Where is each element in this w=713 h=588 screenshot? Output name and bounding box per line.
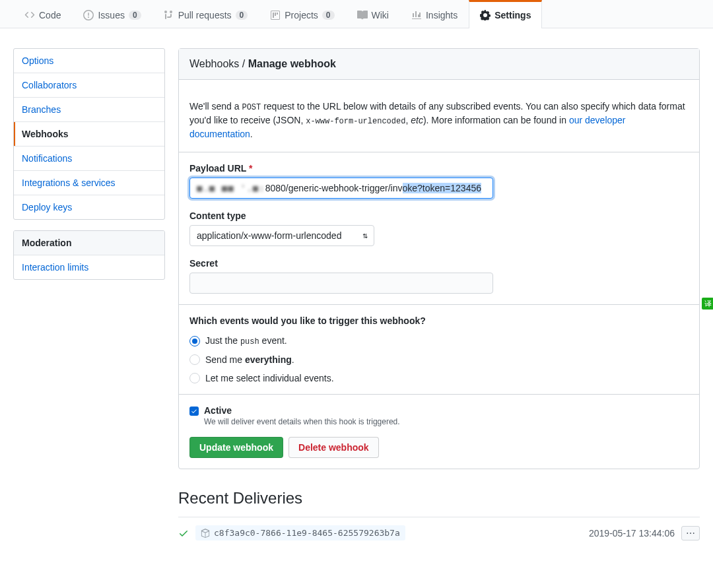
events-question: Which events would you like to trigger t…	[189, 315, 689, 326]
graph-icon	[411, 10, 422, 20]
sidebar-item-options[interactable]: Options	[14, 49, 164, 73]
sidebar-item-collaborators[interactable]: Collaborators	[14, 73, 164, 98]
delivery-menu-button[interactable]: ⋯	[681, 526, 700, 540]
sidebar-item-branches[interactable]: Branches	[14, 98, 164, 122]
repo-nav: Code Issues 0 Pull requests 0 Projects 0…	[0, 0, 713, 28]
delivery-list: c8f3a9c0-7866-11e9-8465-625579263b7a 201…	[178, 517, 700, 548]
tab-wiki-label: Wiki	[372, 10, 389, 20]
payload-url-input[interactable]: ■.■ ■■ '.■:8080/generic-webhook-trigger/…	[189, 178, 493, 199]
delivery-hash: c8f3a9c0-7866-11e9-8465-625579263b7a	[195, 525, 405, 540]
sidebar-item-notifications[interactable]: Notifications	[14, 147, 164, 171]
check-icon	[178, 528, 189, 539]
radio-icon	[189, 373, 200, 383]
radio-icon	[189, 354, 200, 365]
issues-count: 0	[129, 11, 141, 20]
translate-badge[interactable]: 译	[702, 298, 713, 310]
pulls-count: 0	[236, 11, 248, 20]
sidebar-item-deploykeys[interactable]: Deploy keys	[14, 195, 164, 219]
tab-projects-label: Projects	[285, 10, 318, 20]
active-label: Active	[204, 405, 232, 416]
projects-count: 0	[322, 11, 335, 20]
sidebar-item-interaction-limits[interactable]: Interaction limits	[14, 255, 164, 279]
webhook-panel: Webhooks / Manage webhook We'll send a P…	[178, 48, 700, 469]
webhook-description: We'll send a POST request to the URL bel…	[189, 100, 689, 141]
tab-projects[interactable]: Projects 0	[259, 0, 345, 28]
tab-issues[interactable]: Issues 0	[72, 0, 152, 28]
payload-url-label: Payload URL *	[189, 163, 689, 174]
book-icon	[357, 10, 368, 20]
tab-pulls[interactable]: Pull requests 0	[153, 0, 259, 28]
content-type-label: Content type	[189, 211, 689, 221]
tab-insights-label: Insights	[426, 10, 458, 20]
radio-icon	[189, 336, 200, 346]
checkbox-icon	[189, 407, 199, 416]
breadcrumb-root[interactable]: Webhooks	[189, 58, 239, 69]
radio-just-push[interactable]: Just the push event.	[189, 335, 689, 346]
delivery-timestamp: 2019-05-17 13:44:06	[589, 528, 675, 539]
tab-pulls-label: Pull requests	[178, 10, 232, 20]
projects-icon	[270, 10, 281, 20]
tab-code-label: Code	[39, 10, 61, 20]
gear-icon	[480, 10, 491, 20]
sidebar-item-webhooks[interactable]: Webhooks	[14, 122, 164, 147]
tab-issues-label: Issues	[98, 10, 124, 20]
breadcrumb-current: Manage webhook	[248, 58, 336, 69]
tab-wiki[interactable]: Wiki	[346, 0, 400, 28]
delete-webhook-button[interactable]: Delete webhook	[289, 437, 379, 458]
tab-insights[interactable]: Insights	[400, 0, 469, 28]
update-webhook-button[interactable]: Update webhook	[189, 437, 283, 458]
secret-label: Secret	[189, 258, 689, 269]
code-icon	[24, 10, 35, 20]
active-note: We will deliver event details when this …	[204, 417, 400, 426]
pull-request-icon	[164, 10, 174, 20]
tab-code[interactable]: Code	[13, 0, 72, 28]
secret-input[interactable]	[189, 273, 493, 294]
content-type-select[interactable]: application/x-www-form-urlencoded	[189, 225, 374, 246]
sidebar-moderation-header: Moderation	[14, 231, 164, 255]
tab-settings-label: Settings	[494, 10, 531, 20]
settings-sidebar: Options Collaborators Branches Webhooks …	[13, 48, 165, 290]
sidebar-item-integrations[interactable]: Integrations & services	[14, 171, 164, 195]
delivery-row[interactable]: c8f3a9c0-7866-11e9-8465-625579263b7a 201…	[178, 517, 700, 548]
active-checkbox[interactable]: Active We will deliver event details whe…	[189, 405, 689, 426]
tab-settings[interactable]: Settings	[469, 0, 542, 28]
issue-icon	[83, 10, 94, 20]
radio-everything[interactable]: Send me everything.	[189, 354, 689, 365]
main-content: Webhooks / Manage webhook We'll send a P…	[178, 48, 700, 548]
breadcrumb: Webhooks / Manage webhook	[179, 49, 699, 80]
radio-individual[interactable]: Let me select individual events.	[189, 373, 689, 383]
package-icon	[201, 529, 210, 538]
recent-deliveries-heading: Recent Deliveries	[178, 489, 700, 507]
